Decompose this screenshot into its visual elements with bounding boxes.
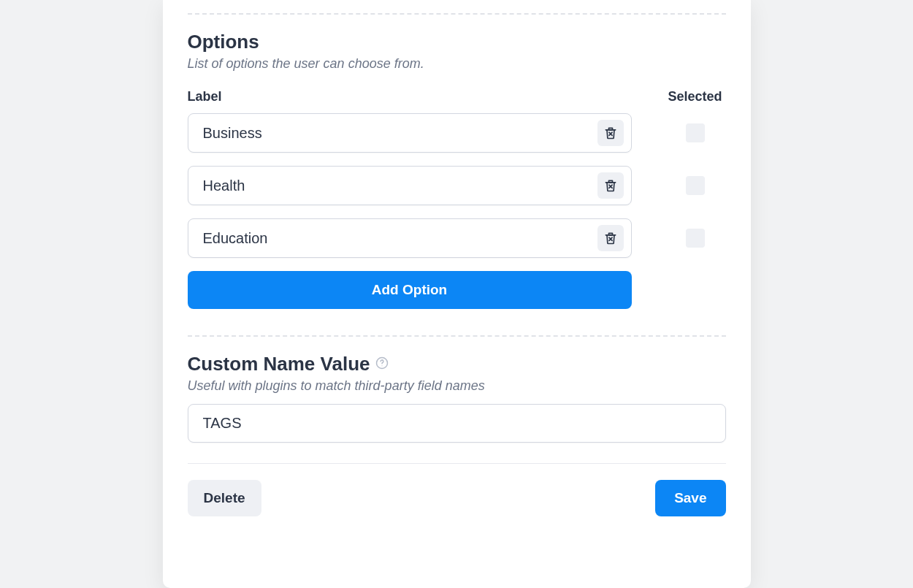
option-input-wrap — [188, 113, 632, 153]
form-actions: Delete Save — [188, 480, 726, 516]
custom-name-section: Custom Name Value Useful with plugins to… — [188, 353, 726, 443]
option-selected-checkbox[interactable] — [686, 123, 705, 142]
custom-name-description: Useful with plugins to match third-party… — [188, 378, 726, 394]
trash-icon[interactable] — [597, 172, 624, 199]
section-divider-bottom — [188, 463, 726, 464]
option-label-input[interactable] — [203, 230, 597, 247]
selected-column — [665, 176, 726, 195]
option-label-input[interactable] — [203, 125, 597, 142]
selected-column — [665, 123, 726, 142]
add-option-button[interactable]: Add Option — [188, 271, 632, 309]
save-button[interactable]: Save — [655, 480, 725, 516]
selected-column — [665, 229, 726, 248]
selected-column-header: Selected — [665, 89, 726, 104]
option-input-wrap — [188, 218, 632, 258]
options-title: Options — [188, 31, 726, 53]
section-divider-middle — [188, 335, 726, 337]
custom-name-input[interactable] — [188, 404, 726, 443]
options-columns-header: Label Selected — [188, 89, 726, 104]
label-column-header: Label — [188, 89, 222, 104]
delete-button[interactable]: Delete — [188, 480, 261, 516]
options-list — [188, 113, 726, 258]
trash-icon[interactable] — [597, 225, 624, 251]
option-row — [188, 113, 726, 153]
svg-point-1 — [382, 365, 383, 366]
help-icon[interactable] — [375, 356, 389, 373]
option-label-input[interactable] — [203, 177, 597, 194]
option-input-wrap — [188, 166, 632, 205]
settings-card: Options List of options the user can cho… — [163, 0, 751, 588]
option-selected-checkbox[interactable] — [686, 229, 705, 248]
trash-icon[interactable] — [597, 120, 624, 146]
option-row — [188, 218, 726, 258]
custom-name-title: Custom Name Value — [188, 353, 370, 375]
options-section: Options List of options the user can cho… — [188, 31, 726, 309]
option-row — [188, 166, 726, 205]
option-selected-checkbox[interactable] — [686, 176, 705, 195]
options-description: List of options the user can choose from… — [188, 56, 726, 72]
section-divider-top — [188, 13, 726, 15]
